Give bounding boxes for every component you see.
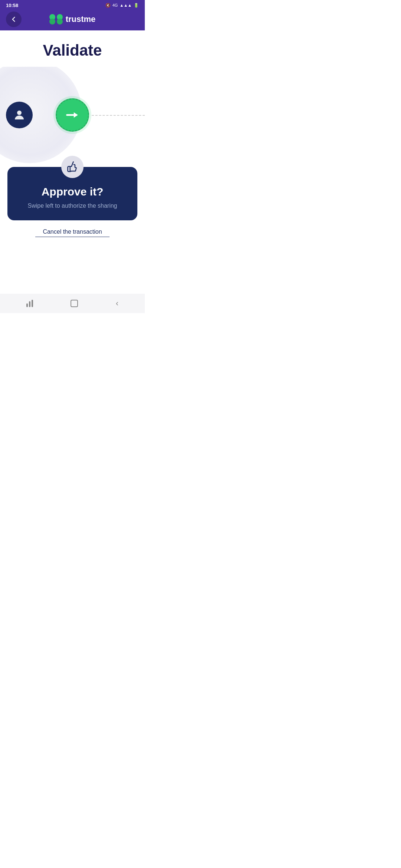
- signal-icon: ▲▲▲: [120, 3, 132, 7]
- transfer-circle: [56, 98, 89, 132]
- logo: trustme: [49, 14, 96, 24]
- status-icons: 🔇 4G ▲▲▲ 🔋: [105, 3, 139, 8]
- network-icon: 4G: [113, 3, 118, 7]
- user-avatar: [6, 102, 33, 128]
- logo-text: trustme: [66, 14, 96, 24]
- nav-back-button[interactable]: ‹: [116, 299, 118, 308]
- approve-title: Approve it?: [16, 185, 128, 198]
- page-title: Validate: [7, 42, 137, 59]
- nav-home-button[interactable]: [71, 300, 78, 307]
- cancel-section[interactable]: Cancel the transaction: [0, 220, 145, 241]
- back-button[interactable]: [6, 11, 22, 27]
- cancel-link[interactable]: Cancel the transaction: [43, 228, 102, 235]
- back-chevron-icon: ‹: [116, 299, 118, 308]
- mute-icon: 🔇: [105, 3, 111, 8]
- svg-point-0: [17, 111, 22, 115]
- dashed-line: [92, 115, 145, 116]
- battery-icon: 🔋: [134, 3, 139, 8]
- thumbs-up-badge: [61, 156, 84, 178]
- logo-dots: [49, 14, 63, 24]
- nav-menu-button[interactable]: [26, 300, 33, 307]
- status-bar: 10:58 🔇 4G ▲▲▲ 🔋: [0, 0, 145, 10]
- header: trustme: [0, 10, 145, 30]
- page-title-section: Validate: [0, 30, 145, 67]
- menu-bars-icon: [26, 300, 33, 307]
- approve-section: Approve it? Swipe left to authorize the …: [7, 167, 137, 220]
- animation-area: [0, 67, 145, 163]
- home-square-icon: [71, 300, 78, 307]
- bottom-nav: ‹: [0, 294, 145, 313]
- status-time: 10:58: [6, 3, 18, 8]
- approve-subtitle: Swipe left to authorize the sharing: [16, 202, 128, 210]
- cancel-underline: [35, 237, 110, 237]
